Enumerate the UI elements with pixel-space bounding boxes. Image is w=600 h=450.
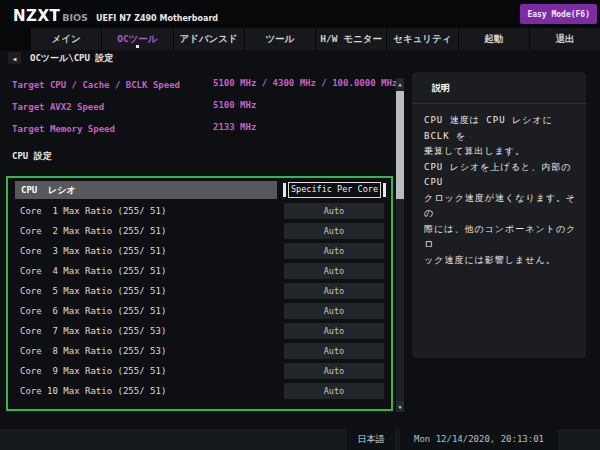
language-selector[interactable]: 日本語 — [347, 429, 395, 450]
core-value-select[interactable]: Auto — [284, 263, 384, 279]
table-row-core-8: Core 8 Max Ratio (255/ 53) Auto — [8, 341, 391, 361]
core-label: Core 4 Max Ratio (255/ 51) — [20, 266, 166, 276]
table-row-core-10: Core 10 Max Ratio (255/ 51) Auto — [8, 381, 391, 401]
core-value-select[interactable]: Auto — [284, 363, 384, 379]
table-row-core-6: Core 6 Max Ratio (255/ 51) Auto — [8, 301, 391, 321]
tab-hw-monitor[interactable]: H/W モニター — [315, 28, 386, 50]
back-button[interactable]: ◀ — [8, 52, 21, 64]
core-label: Core 1 Max Ratio (255/ 51) — [20, 206, 166, 216]
target-label: Target Memory Speed — [12, 124, 115, 134]
core-label: Core 6 Max Ratio (255/ 51) — [20, 306, 166, 316]
table-row-core-1: Core 1 Max Ratio (255/ 51) Auto — [8, 201, 391, 221]
scroll-down-icon: ▼ — [398, 404, 401, 410]
core-value-select[interactable]: Auto — [284, 283, 384, 299]
main-menu-tabbar: メイン OCツール アドバンスド ツール H/W モニター セキュリティ 起動 … — [30, 28, 600, 50]
select-right-handle — [383, 183, 386, 197]
cpu-ratio-mode-select[interactable]: Specific Per Core — [283, 182, 386, 198]
core-label: Core 10 Max Ratio (255/ 51) — [20, 386, 166, 396]
breadcrumb: ◀ OCツール\CPU 設定 — [8, 51, 113, 65]
back-icon: ◀ — [13, 55, 17, 62]
select-left-handle — [283, 183, 286, 197]
tab-exit[interactable]: 退出 — [529, 28, 600, 50]
core-value-select[interactable]: Auto — [284, 343, 384, 359]
description-panel-title: 説明 — [412, 72, 586, 104]
core-value-select[interactable]: Auto — [284, 303, 384, 319]
core-value-select[interactable]: Auto — [284, 243, 384, 259]
table-row-core-5: Core 5 Max Ratio (255/ 51) Auto — [8, 281, 391, 301]
tab-oc-tools[interactable]: OCツール — [101, 28, 172, 50]
scroll-up-icon: ▲ — [398, 81, 401, 87]
bios-screen: NZXT BIOS UEFI N7 Z490 Motherboard Easy … — [0, 0, 600, 450]
target-speed-list: Target CPU / Cache / BCLK Speed 5100 MHz… — [12, 72, 396, 138]
target-row-cpu-cache-bclk: Target CPU / Cache / BCLK Speed 5100 MHz… — [12, 72, 396, 94]
tab-boot[interactable]: 起動 — [458, 28, 529, 50]
target-row-avx2: Target AVX2 Speed 5100 MHz — [12, 94, 396, 116]
tab-main[interactable]: メイン — [30, 28, 101, 50]
target-label: Target CPU / Cache / BCLK Speed — [12, 80, 180, 90]
vertical-scrollbar[interactable]: ▲ ▼ — [396, 78, 404, 412]
description-panel: 説明 CPU 速度は CPU レシオに BCLK を 乗算して算出します。 CP… — [412, 72, 586, 358]
table-row-core-9: Core 9 Max Ratio (255/ 51) Auto — [8, 361, 391, 381]
target-value: 5100 MHz — [213, 94, 256, 116]
target-row-memory: Target Memory Speed 2133 MHz — [12, 116, 396, 138]
target-label: Target AVX2 Speed — [12, 102, 104, 112]
cpu-settings-section-title: CPU 設定 — [12, 150, 52, 163]
table-row-core-3: Core 3 Max Ratio (255/ 51) Auto — [8, 241, 391, 261]
brand-name: NZXT — [13, 7, 60, 25]
cpu-ratio-header-row: CPU レシオ Specific Per Core — [15, 181, 386, 199]
core-label: Core 8 Max Ratio (255/ 53) — [20, 346, 166, 356]
table-row-core-7: Core 7 Max Ratio (255/ 53) Auto — [8, 321, 391, 341]
easy-mode-button[interactable]: Easy Mode(F6) — [520, 4, 597, 24]
active-tab-indicator-dot — [136, 45, 139, 48]
tab-tools[interactable]: ツール — [244, 28, 315, 50]
core-label: Core 5 Max Ratio (255/ 51) — [20, 286, 166, 296]
core-label: Core 7 Max Ratio (255/ 53) — [20, 326, 166, 336]
core-label: Core 2 Max Ratio (255/ 51) — [20, 226, 166, 236]
core-label: Core 3 Max Ratio (255/ 51) — [20, 246, 166, 256]
tab-security[interactable]: セキュリティ — [386, 28, 457, 50]
core-value-select[interactable]: Auto — [284, 323, 384, 339]
target-value: 2133 MHz — [213, 116, 256, 138]
datetime-display: Mon 12/14/2020, 20:13:01 — [400, 429, 558, 450]
breadcrumb-path: OCツール\CPU 設定 — [30, 52, 113, 65]
table-row-core-4: Core 4 Max Ratio (255/ 51) Auto — [8, 261, 391, 281]
core-value-select[interactable]: Auto — [284, 383, 384, 399]
cpu-ratio-mode-value[interactable]: Specific Per Core — [288, 182, 381, 198]
scrollbar-thumb[interactable] — [396, 91, 404, 199]
core-label: Core 9 Max Ratio (255/ 51) — [20, 366, 166, 376]
target-value: 5100 MHz / 4300 MHz / 100.0000 MHz — [213, 72, 397, 94]
cpu-ratio-header-label: CPU レシオ — [15, 181, 277, 199]
table-row-core-2: Core 2 Max Ratio (255/ 51) Auto — [8, 221, 391, 241]
brand-suffix: BIOS — [62, 12, 88, 23]
status-bar: 日本語 Mon 12/14/2020, 20:13:01 — [0, 429, 600, 450]
tab-oc-tools-label: OCツール — [117, 33, 157, 46]
core-value-select[interactable]: Auto — [284, 223, 384, 239]
cpu-ratio-table: CPU レシオ Specific Per Core Core 1 Max Rat… — [6, 176, 393, 411]
core-value-select[interactable]: Auto — [284, 203, 384, 219]
description-panel-body: CPU 速度は CPU レシオに BCLK を 乗算して算出します。 CPU レ… — [412, 104, 586, 268]
scroll-up-button[interactable]: ▲ — [396, 78, 404, 89]
motherboard-name: UEFI N7 Z490 Motherboard — [96, 14, 218, 23]
logo: NZXT BIOS UEFI N7 Z490 Motherboard — [13, 7, 218, 25]
tab-advanced[interactable]: アドバンスド — [173, 28, 244, 50]
scroll-down-button[interactable]: ▼ — [396, 401, 404, 412]
